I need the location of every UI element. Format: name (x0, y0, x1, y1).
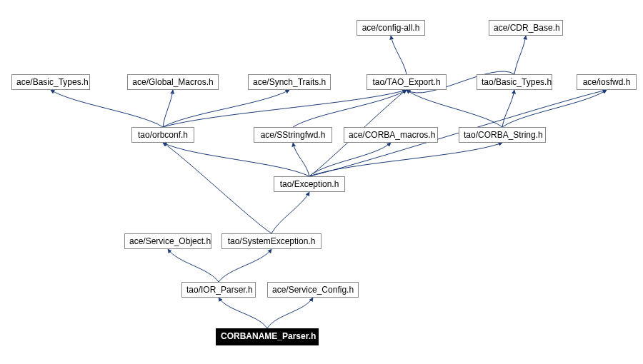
node-synchtraits: ace/Synch_Traits.h (248, 74, 331, 90)
node-sstringfwd: ace/SStringfwd.h (254, 127, 332, 143)
edge-corbaname-serviceconfig (267, 298, 313, 328)
node-corbamacros: ace/CORBA_macros.h (344, 127, 438, 143)
edge-orbconf-synchtraits (163, 90, 289, 127)
dependency-graph: CORBANAME_Parser.htao/IOR_Parser.hace/Se… (0, 0, 643, 364)
node-systemexception: tao/SystemException.h (221, 233, 322, 249)
node-basictypes_tao: tao/Basic_Types.h (477, 74, 552, 90)
node-cdrbase: ace/CDR_Base.h (489, 20, 563, 36)
node-corbaname: CORBANAME_Parser.h (216, 328, 319, 345)
node-taoexport: tao/TAO_Export.h (367, 74, 447, 90)
edge-exception-corbamacros (309, 143, 391, 176)
node-configall: ace/config-all.h (357, 20, 425, 36)
edge-sstringfwd-taoexport (293, 90, 407, 127)
node-iosfwd: ace/iosfwd.h (577, 74, 637, 90)
edge-iorparser-systemexception (219, 249, 271, 282)
edge-corbastring-taoexport (407, 90, 502, 127)
edge-orbconf-globalmacros (163, 90, 173, 127)
node-iorparser: tao/IOR_Parser.h (181, 282, 256, 298)
edge-basictypes_tao-cdrbase (514, 36, 526, 74)
edge-systemexception-orbconf (163, 143, 271, 233)
node-serviceconfig: ace/Service_Config.h (267, 282, 359, 298)
edge-iorparser-serviceobject (168, 249, 219, 282)
node-basictypes_ace: ace/Basic_Types.h (11, 74, 90, 90)
node-exception: tao/Exception.h (274, 176, 345, 192)
edge-exception-orbconf (163, 143, 309, 176)
edge-orbconf-basictypes_ace (51, 90, 163, 127)
edge-systemexception-exception (271, 192, 309, 233)
node-corbastring: tao/CORBA_String.h (459, 127, 546, 143)
edge-orbconf-taoexport (163, 90, 407, 127)
edge-exception-corbastring (309, 143, 502, 176)
edge-corbaname-iorparser (219, 298, 267, 328)
node-globalmacros: ace/Global_Macros.h (127, 74, 219, 90)
node-serviceobject: ace/Service_Object.h (124, 233, 211, 249)
edge-exception-sstringfwd (293, 143, 309, 176)
node-orbconf: tao/orbconf.h (131, 127, 194, 143)
edge-corbastring-basictypes_tao (502, 90, 514, 127)
edge-taoexport-configall (391, 36, 407, 74)
edge-corbastring-iosfwd (502, 90, 607, 127)
